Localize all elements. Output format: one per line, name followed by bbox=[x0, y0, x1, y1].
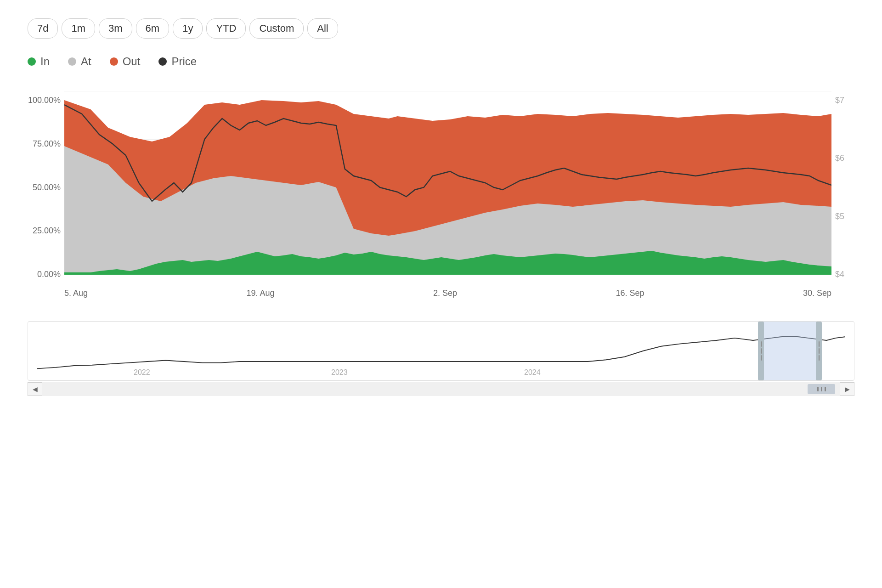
time-range-selector: 7d 1m 3m 6m 1y YTD Custom All bbox=[28, 18, 854, 39]
x-axis: 5. Aug 19. Aug 2. Sep 16. Sep 30. Sep bbox=[64, 284, 831, 298]
x-label-sep16: 16. Sep bbox=[616, 288, 644, 298]
scroll-left-button[interactable]: ◀ bbox=[28, 382, 42, 396]
scrollbar-thumb[interactable] bbox=[808, 384, 835, 394]
x-label-aug19: 19. Aug bbox=[246, 288, 274, 298]
y-label-50: 50.00% bbox=[28, 183, 64, 192]
main-chart: 100.00% 75.00% 50.00% 25.00% 0.00% $7 $6… bbox=[28, 91, 854, 284]
x-label-sep30: 30. Sep bbox=[803, 288, 831, 298]
btn-all[interactable]: All bbox=[307, 18, 338, 39]
y-label-right-7: $7 bbox=[831, 96, 854, 105]
y-label-right-6: $6 bbox=[831, 153, 854, 163]
legend-label-in: In bbox=[40, 55, 50, 68]
navigator-handle-right[interactable] bbox=[816, 322, 822, 380]
btn-ytd[interactable]: YTD bbox=[206, 18, 246, 39]
chart-svg-area bbox=[64, 91, 831, 284]
legend-label-price: Price bbox=[171, 55, 197, 68]
y-label-25: 25.00% bbox=[28, 226, 64, 236]
navigator-handle-left[interactable] bbox=[758, 322, 764, 380]
legend-label-at: At bbox=[81, 55, 91, 68]
mini-year-2023: 2023 bbox=[331, 368, 348, 377]
y-axis-left: 100.00% 75.00% 50.00% 25.00% 0.00% bbox=[28, 91, 64, 284]
mini-year-2022: 2022 bbox=[134, 368, 150, 377]
y-label-75: 75.00% bbox=[28, 139, 64, 149]
x-label-aug5: 5. Aug bbox=[64, 288, 88, 298]
legend-item-out: Out bbox=[110, 55, 141, 68]
chart-legend: In At Out Price bbox=[28, 55, 854, 68]
legend-item-in: In bbox=[28, 55, 50, 68]
y-label-right-5: $5 bbox=[831, 212, 854, 221]
mini-chart: 2022 2023 2024 bbox=[28, 321, 854, 381]
btn-7d[interactable]: 7d bbox=[28, 18, 58, 39]
y-label-0: 0.00% bbox=[28, 270, 64, 279]
legend-dot-out bbox=[110, 57, 118, 66]
btn-1m[interactable]: 1m bbox=[62, 18, 95, 39]
navigator-selection bbox=[762, 322, 816, 380]
btn-custom[interactable]: Custom bbox=[249, 18, 304, 39]
legend-item-price: Price bbox=[158, 55, 197, 68]
legend-dot-at bbox=[68, 57, 76, 66]
legend-dot-price bbox=[158, 57, 167, 66]
btn-6m[interactable]: 6m bbox=[136, 18, 170, 39]
scrollbar-row: ◀ ▶ bbox=[28, 382, 854, 396]
main-chart-wrapper: 100.00% 75.00% 50.00% 25.00% 0.00% $7 $6… bbox=[28, 91, 854, 396]
scroll-right-button[interactable]: ▶ bbox=[840, 382, 854, 396]
y-label-right-4: $4 bbox=[831, 270, 854, 279]
legend-item-at: At bbox=[68, 55, 91, 68]
legend-dot-in bbox=[28, 57, 36, 66]
x-label-sep2: 2. Sep bbox=[433, 288, 457, 298]
scrollbar-track[interactable] bbox=[42, 382, 840, 396]
y-label-100: 100.00% bbox=[28, 96, 64, 105]
legend-label-out: Out bbox=[123, 55, 141, 68]
btn-1y[interactable]: 1y bbox=[173, 18, 203, 39]
mini-year-2024: 2024 bbox=[524, 368, 541, 377]
btn-3m[interactable]: 3m bbox=[99, 18, 132, 39]
y-axis-right: $7 $6 $5 $4 bbox=[831, 91, 854, 284]
